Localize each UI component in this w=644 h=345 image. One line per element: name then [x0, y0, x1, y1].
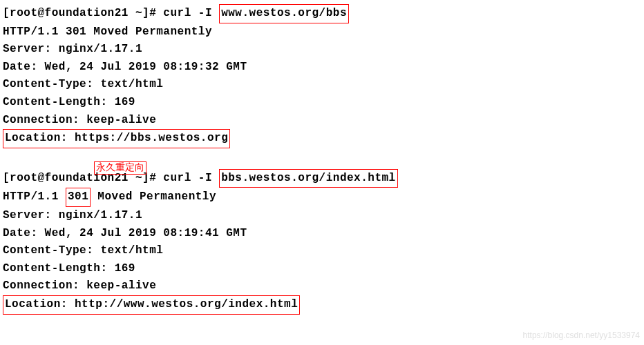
content-type-header-1: Content-Type: text/html [3, 76, 641, 94]
server-header-1: Server: nginx/1.17.1 [3, 41, 641, 59]
location-header-1: Location: https://bbs.westos.org [3, 129, 641, 148]
http-status-2: HTTP/1.1 301 Moved Permanently [3, 188, 641, 207]
date-header-2: Date: Wed, 24 Jul 2019 08:19:41 GMT [3, 225, 641, 243]
content-length-header-1: Content-Length: 169 [3, 94, 641, 112]
date-header-1: Date: Wed, 24 Jul 2019 08:19:32 GMT [3, 59, 641, 77]
command-line-1: [root@foundation21 ~]# curl -I www.westo… [3, 4, 641, 23]
url-highlight-2: bbs.westos.org/index.html [219, 169, 398, 188]
http-status-1: HTTP/1.1 301 Moved Permanently [3, 23, 641, 41]
status-code-highlight: 301 [66, 188, 91, 207]
content-type-header-2: Content-Type: text/html [3, 242, 641, 260]
annotation-permanent-redirect: 永久重定向 [94, 161, 146, 175]
connection-header-2: Connection: keep-alive [3, 277, 641, 295]
location-highlight-2: Location: http://www.westos.org/index.ht… [3, 295, 300, 315]
content-length-header-2: Content-Length: 169 [3, 260, 641, 278]
connection-header-1: Connection: keep-alive [3, 112, 641, 130]
location-highlight-1: Location: https://bbs.westos.org [3, 129, 230, 148]
status-suffix-2: Moved Permanently [91, 190, 216, 203]
server-header-2: Server: nginx/1.17.1 [3, 207, 641, 225]
spacer [3, 148, 641, 157]
url-highlight-1: www.westos.org/bbs [219, 4, 349, 23]
prompt-prefix-1: [root@foundation21 ~]# curl -I [3, 7, 219, 19]
status-prefix-2: HTTP/1.1 [3, 190, 66, 203]
location-header-2: Location: http://www.westos.org/index.ht… [3, 295, 641, 315]
watermark: https://blog.csdn.net/yy1533974 [523, 329, 640, 342]
